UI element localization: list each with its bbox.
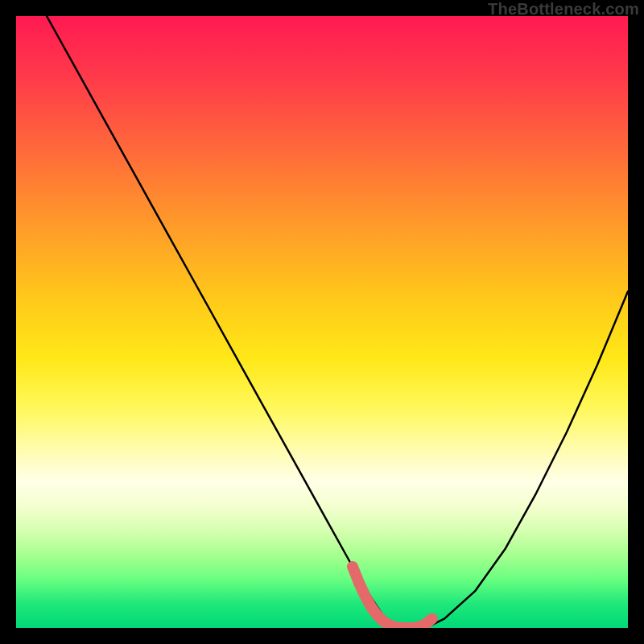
plot-area [16,16,628,628]
curve-svg [16,16,628,628]
optimal-range-marker [353,567,432,628]
chart-frame: TheBottleneck.com [0,0,644,644]
bottleneck-curve [47,16,628,628]
